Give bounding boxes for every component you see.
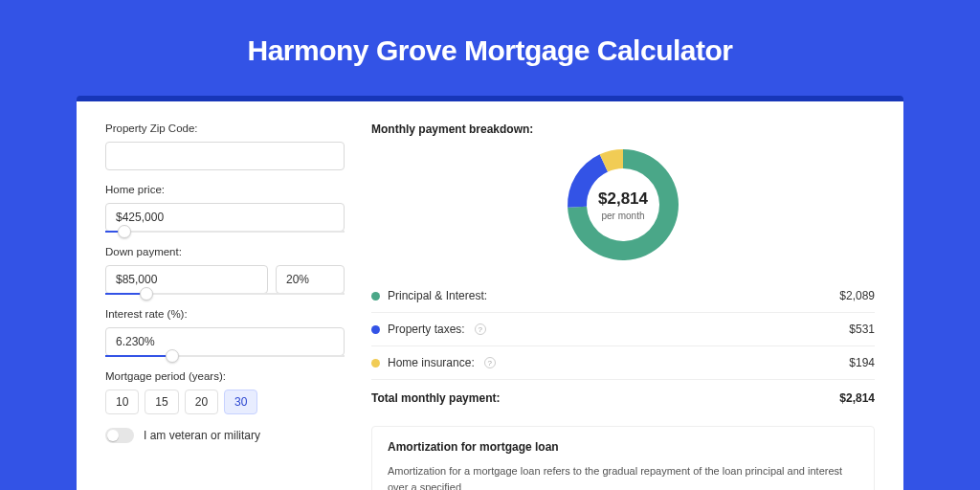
zip-input[interactable] (105, 142, 345, 170)
donut-chart: $2,814 per month (566, 147, 680, 262)
info-icon[interactable]: ? (484, 357, 496, 368)
donut-amount: $2,814 (598, 189, 648, 209)
interest-label: Interest rate (%): (105, 308, 345, 320)
down-payment-slider[interactable] (105, 293, 345, 295)
veteran-toggle[interactable] (105, 428, 134, 443)
breakdown-label: Home insurance: (388, 356, 475, 369)
donut-sub: per month (601, 211, 644, 221)
form-column: Property Zip Code: Home price: Down paym… (105, 122, 345, 482)
zip-label: Property Zip Code: (105, 122, 345, 134)
breakdown-label: Property taxes: (388, 323, 465, 336)
period-button-20[interactable]: 20 (185, 390, 218, 414)
donut-center: $2,814 per month (589, 170, 657, 239)
down-payment-label: Down payment: (105, 246, 345, 257)
period-button-30[interactable]: 30 (224, 390, 257, 414)
breakdown-label: Principal & Interest: (388, 289, 487, 302)
slider-thumb[interactable] (118, 225, 131, 238)
breakdown-row: Property taxes:?$531 (371, 313, 875, 346)
breakdown-title: Monthly payment breakdown: (371, 122, 875, 136)
legend-dot (371, 292, 380, 301)
home-price-slider[interactable] (105, 231, 345, 233)
period-button-10[interactable]: 10 (105, 390, 139, 414)
interest-input[interactable] (105, 327, 345, 356)
breakdown-rows: Principal & Interest:$2,089Property taxe… (371, 279, 875, 379)
interest-slider[interactable] (105, 355, 345, 357)
legend-dot (371, 325, 380, 334)
breakdown-column: Monthly payment breakdown: $2,814 per mo… (371, 122, 875, 482)
period-buttons: 10152030 (105, 390, 345, 414)
slider-thumb[interactable] (166, 349, 179, 363)
total-label: Total monthly payment: (371, 391, 500, 405)
veteran-label: I am veteran or military (144, 429, 260, 442)
down-payment-pct-input[interactable] (276, 265, 345, 294)
interest-group: Interest rate (%): (105, 308, 345, 357)
calculator-panel: Property Zip Code: Home price: Down paym… (77, 101, 903, 490)
home-price-label: Home price: (105, 184, 345, 195)
period-button-15[interactable]: 15 (145, 390, 178, 414)
total-row: Total monthly payment: $2,814 (371, 379, 875, 420)
legend-dot (371, 359, 380, 368)
veteran-row: I am veteran or military (105, 428, 345, 443)
info-icon[interactable]: ? (475, 323, 486, 335)
slider-thumb[interactable] (140, 287, 153, 301)
zip-group: Property Zip Code: (105, 122, 345, 170)
breakdown-value: $531 (849, 323, 875, 336)
breakdown-value: $194 (849, 356, 875, 369)
home-price-input[interactable] (105, 203, 345, 232)
period-group: Mortgage period (years): 10152030 (105, 370, 345, 414)
down-payment-input[interactable] (105, 265, 268, 294)
breakdown-row: Principal & Interest:$2,089 (371, 279, 875, 313)
breakdown-value: $2,089 (839, 289, 875, 302)
page-title: Harmony Grove Mortgage Calculator (0, 34, 980, 67)
period-label: Mortgage period (years): (105, 370, 345, 382)
amortization-text: Amortization for a mortgage loan refers … (388, 463, 858, 490)
donut-chart-wrap: $2,814 per month (371, 147, 875, 262)
breakdown-row: Home insurance:?$194 (371, 346, 875, 379)
amortization-title: Amortization for mortgage loan (388, 440, 858, 454)
down-payment-group: Down payment: (105, 246, 345, 295)
home-price-group: Home price: (105, 184, 345, 233)
amortization-box: Amortization for mortgage loan Amortizat… (371, 426, 875, 490)
panel-shadow: Property Zip Code: Home price: Down paym… (77, 96, 903, 490)
total-value: $2,814 (839, 391, 875, 405)
